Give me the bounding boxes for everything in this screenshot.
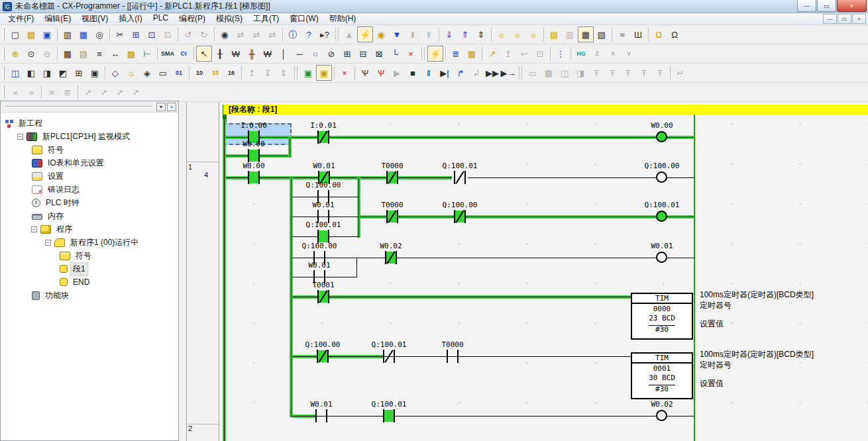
nc-contact-Q:100.01[interactable] bbox=[381, 350, 397, 363]
instruction-annotation: 定时器号 bbox=[700, 360, 732, 371]
ladder-diagram: 142I:0.00I:0.01W0.00W0.00W0.01T0000Q:100… bbox=[0, 0, 868, 441]
contact-bar-right bbox=[464, 171, 466, 184]
wire bbox=[292, 258, 657, 258]
no-contact-W0.01[interactable] bbox=[313, 409, 329, 422]
instruction-annotation: 100ms定时器(定时器)[BCD类型] bbox=[700, 349, 814, 360]
tim-instruction-2[interactable]: TIM000130 BCD#30 bbox=[631, 352, 693, 399]
operand-label: I:0.01 bbox=[310, 121, 337, 130]
nc-contact-T0001[interactable] bbox=[315, 290, 331, 303]
operand-label: W0.01 bbox=[312, 201, 334, 209]
wire bbox=[360, 215, 657, 219]
contact-bar-left bbox=[248, 149, 249, 162]
coil-Q:100.01[interactable] bbox=[656, 211, 667, 222]
instruction-annotation: 定时器号 bbox=[700, 300, 732, 311]
instruction-operand: 0001 bbox=[632, 365, 692, 373]
contact-bar-right bbox=[326, 409, 327, 422]
coil-Q:100.00[interactable] bbox=[656, 172, 667, 183]
operand-label: Q:100.01 bbox=[372, 340, 407, 349]
contact-bar-left bbox=[383, 350, 384, 363]
instruction-operand: 30 BCD bbox=[632, 374, 692, 382]
wire bbox=[223, 119, 226, 441]
tim-instruction-1[interactable]: TIM000023 BCD#30 bbox=[631, 293, 693, 340]
contact-bar-left bbox=[385, 251, 386, 264]
instruction-preset: #30 bbox=[632, 385, 692, 393]
no-contact-Q:100.01[interactable] bbox=[315, 230, 331, 243]
wire bbox=[226, 136, 694, 139]
contact-bar-left bbox=[386, 210, 388, 223]
instruction-operand: 0000 bbox=[632, 305, 692, 313]
nc-contact-Q:100.00[interactable] bbox=[452, 210, 468, 223]
operand-label: Q:100.00 bbox=[306, 181, 341, 189]
operand-label: Q:100.00 bbox=[305, 340, 341, 349]
no-contact-T0000[interactable] bbox=[445, 350, 461, 363]
wire bbox=[292, 415, 315, 418]
power-flow-fill bbox=[384, 410, 394, 422]
operand-label: W0.01 bbox=[651, 242, 673, 250]
operand-label: Q:100.00 bbox=[443, 201, 478, 209]
contact-bar-left bbox=[317, 230, 319, 243]
contact-bar-right bbox=[396, 251, 397, 264]
wire bbox=[356, 258, 357, 277]
contact-bar-right bbox=[258, 149, 260, 162]
contact-bar-right bbox=[397, 210, 398, 223]
operand-label: Q:100.01 bbox=[645, 201, 680, 209]
wire bbox=[292, 355, 383, 358]
wire bbox=[357, 177, 360, 238]
no-contact-W0.00[interactable] bbox=[246, 171, 262, 184]
nc-contact-I:0.01[interactable] bbox=[315, 130, 331, 144]
power-flow-fill bbox=[249, 150, 258, 162]
contact-bar-left bbox=[317, 130, 319, 144]
operand-label: W0.02 bbox=[651, 400, 673, 409]
contact-bar-right bbox=[327, 350, 329, 363]
contact-bar-left bbox=[317, 350, 318, 363]
rung-number: 4 bbox=[204, 171, 208, 179]
operand-label: W0.01 bbox=[308, 261, 330, 270]
power-flow-fill bbox=[249, 172, 258, 183]
operand-label: Q:100.01 bbox=[443, 162, 478, 170]
instruction-title: TIM bbox=[632, 354, 692, 364]
instruction-annotation: 100ms定时器(定时器)[BCD类型] bbox=[700, 289, 814, 301]
operand-label: W0.01 bbox=[313, 162, 335, 170]
coil-W0.02[interactable] bbox=[656, 410, 667, 421]
contact-bar-right bbox=[464, 210, 466, 223]
no-contact-W0.00[interactable] bbox=[246, 149, 262, 162]
operand-label: W0.00 bbox=[243, 140, 264, 148]
operand-label: T0000 bbox=[381, 201, 403, 209]
operand-label: W0.00 bbox=[651, 121, 673, 130]
instruction-title: TIM bbox=[632, 294, 692, 304]
instruction-annotation: 设置值 bbox=[700, 318, 724, 330]
contact-bar-left bbox=[383, 409, 384, 422]
operand-label: W0.01 bbox=[310, 400, 332, 409]
contact-bar-left bbox=[454, 210, 455, 223]
coil-W0.01[interactable] bbox=[656, 252, 667, 263]
coil-W0.00[interactable] bbox=[656, 131, 667, 142]
contact-bar-right bbox=[397, 171, 398, 184]
wire bbox=[667, 258, 694, 258]
contact-bar-left bbox=[454, 171, 455, 184]
wire bbox=[468, 177, 657, 178]
no-contact-Q:100.01[interactable] bbox=[381, 409, 397, 422]
wire bbox=[667, 177, 694, 178]
nc-contact-T0000[interactable] bbox=[384, 210, 400, 223]
contact-bar-right bbox=[258, 171, 260, 184]
wire bbox=[288, 137, 292, 157]
nc-slash bbox=[455, 171, 464, 184]
nc-contact-T0000[interactable] bbox=[384, 171, 400, 184]
operand-label: Q:100.01 bbox=[306, 220, 341, 229]
operand-label: Q:100.00 bbox=[302, 242, 337, 250]
operand-label: T0000 bbox=[441, 340, 463, 349]
contact-bar-right bbox=[457, 350, 459, 363]
nc-contact-W0.02[interactable] bbox=[383, 251, 399, 264]
contact-bar-left bbox=[317, 290, 319, 303]
rung-separator bbox=[187, 162, 219, 162]
operand-label: T0001 bbox=[312, 281, 334, 289]
wire bbox=[667, 416, 694, 416]
nc-contact-Q:100.00[interactable] bbox=[315, 350, 331, 363]
instruction-annotation: 设置值 bbox=[700, 378, 724, 389]
operand-label: Q:100.01 bbox=[372, 400, 407, 409]
instruction-operand: 23 BCD bbox=[632, 315, 692, 322]
contact-bar-right bbox=[394, 350, 395, 363]
power-flow-fill bbox=[319, 230, 328, 242]
nc-contact-Q:100.01[interactable] bbox=[452, 171, 468, 184]
operand-label: W0.02 bbox=[380, 242, 402, 250]
